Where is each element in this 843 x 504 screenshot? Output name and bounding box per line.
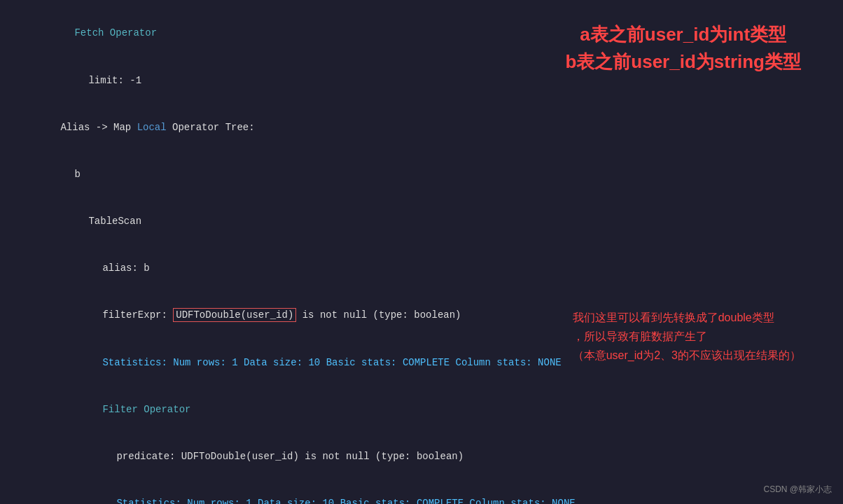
code-top-section: Fetch Operator limit: -1 Alias -> Map Lo…: [0, 7, 843, 504]
line-predicate-1: predicate: UDFToDouble(user_id) is not n…: [11, 433, 832, 480]
annotation-top: a表之前user_id为int类型 b表之前user_id为string类型: [565, 21, 801, 76]
annotation-line2: b表之前user_id为string类型: [565, 48, 801, 76]
annotation-bottom: 我们这里可以看到先转换成了double类型 ，所以导致有脏数据产生了 （本意us…: [573, 308, 801, 365]
line-b: b: [11, 151, 832, 198]
line-alias-b: alias: b: [11, 245, 832, 292]
annotation-line1: a表之前user_id为int类型: [565, 21, 801, 48]
main-container: a表之前user_id为int类型 b表之前user_id为string类型 F…: [0, 0, 843, 504]
line-alias-map: Alias -> Map Local Operator Tree:: [11, 104, 832, 150]
line-filter-operator-1: Filter Operator: [11, 386, 832, 433]
line-tablescan-1: TableScan: [11, 198, 832, 245]
line-stats-2: Statistics: Num rows: 1 Data size: 10 Ba…: [11, 480, 832, 504]
csdn-watermark: CSDN @韩家小志: [763, 484, 832, 496]
